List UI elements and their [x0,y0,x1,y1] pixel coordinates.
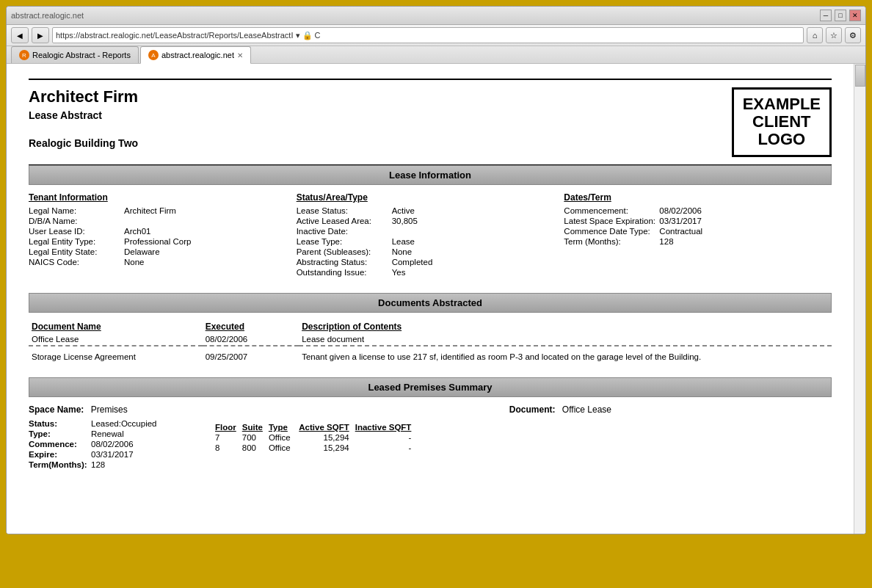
maximize-button[interactable]: □ [835,10,846,21]
doc-name-1: Office Lease [29,333,203,346]
doc-desc-1: Lease document [299,333,832,346]
status-abstracting-label: Abstracting Status: [297,258,392,266]
tenant-entity-type-value: Professional Corp [124,237,191,246]
premises-commence-value: 08/02/2006 [91,440,134,449]
status-inactive-date-label: Inactive Date: [297,227,392,236]
col-type: Type [266,422,294,432]
col-description: Description of Contents [299,320,832,333]
document-value: Office Lease [562,404,611,415]
tenant-entity-state-value: Delaware [124,247,160,256]
suite-1: 700 [239,432,266,443]
premises-left-block: Status: Leased:Occupied Type: Renewal Co… [29,419,190,471]
premises-header: Leased Premises Summary [29,377,832,397]
status-lease-type-value: Lease [392,237,415,246]
status-lease-value: Active [392,206,415,215]
top-rule [29,79,832,80]
address-text: https://abstract.realogic.net/LeaseAbstr… [56,31,321,40]
status-outstanding-row: Outstanding Issue: Yes [297,268,564,277]
premises-expire-row: Expire: 03/31/2017 [29,450,190,459]
documents-section: Documents Abstracted Document Name Execu… [29,293,832,363]
tenant-entity-state-row: Legal Entity State: Delaware [29,247,297,256]
scrollbar[interactable] [854,64,865,534]
dates-commence-label: Commencement: [564,206,659,215]
inactive-sqft-2: - [352,443,415,453]
col-suite: Suite [239,422,266,432]
table-row: 7 700 Office 15,294 - [212,432,414,443]
doc-executed-2: 09/25/2007 [203,346,299,363]
premises-table-header: Floor Suite Type Active SQFT Inactive SQ… [212,422,414,432]
scrollbar-thumb[interactable] [855,65,865,87]
close-button[interactable]: ✕ [849,10,861,21]
lease-information-section: Lease Information Tenant Information Leg… [29,165,832,278]
lease-info-grid: Tenant Information Legal Name: Architect… [29,192,832,278]
title-bar-controls: ─ □ ✕ [820,10,861,21]
premises-type-value: Renewal [91,429,124,438]
firm-name: Architect Firm [29,87,138,106]
premises-sqft-table: Floor Suite Type Active SQFT Inactive SQ… [212,422,414,453]
col-executed: Executed [203,320,299,333]
minimize-button[interactable]: ─ [820,10,832,21]
dates-commence-value: 08/02/2006 [659,206,702,215]
tenant-legal-name-row: Legal Name: Architect Firm [29,206,297,215]
settings-button[interactable]: ⚙ [845,27,861,43]
status-column: Status/Area/Type Lease Status: Active Ac… [297,192,564,278]
col-doc-name: Document Name [29,320,203,333]
back-button[interactable]: ◀ [11,27,29,43]
home-button[interactable]: ⌂ [807,27,823,43]
favorites-button[interactable]: ☆ [826,27,842,43]
premises-status-label: Status: [29,419,91,428]
report-type: Lease Abstract [29,109,138,121]
forward-button[interactable]: ▶ [32,27,49,43]
tab-icon-1: R [19,50,29,60]
space-name-block: Space Name: Premises [29,404,128,415]
document-label: Document: [509,404,556,415]
tenant-entity-type-row: Legal Entity Type: Professional Corp [29,237,297,246]
premises-table-block: Floor Suite Type Active SQFT Inactive SQ… [212,419,414,471]
premises-commence-row: Commence: 08/02/2006 [29,440,190,449]
space-name-label: Space Name: [29,404,84,415]
tab-reports[interactable]: R Realogic Abstract - Reports [11,46,139,63]
logo-line2: CLIENT [743,113,821,131]
premises-details: Status: Leased:Occupied Type: Renewal Co… [29,419,832,471]
col-floor: Floor [212,422,239,432]
status-lease-label: Lease Status: [297,206,392,215]
title-bar: abstract.realogic.net ─ □ ✕ [7,7,865,25]
browser-window: abstract.realogic.net ─ □ ✕ ◀ ▶ https://… [6,6,866,534]
floor-1: 7 [212,432,239,443]
tenant-column: Tenant Information Legal Name: Architect… [29,192,297,278]
dates-commence-type-row: Commence Date Type: Contractual [564,227,832,236]
status-inactive-date-row: Inactive Date: [297,227,564,236]
documents-header: Documents Abstracted [29,293,832,313]
floor-2: 8 [212,443,239,453]
tenant-title: Tenant Information [29,192,297,203]
table-row: Office Lease 08/02/2006 Lease document [29,333,832,346]
logo-line3: LOGO [743,131,821,148]
active-sqft-2: 15,294 [294,443,352,453]
tenant-user-lease-row: User Lease ID: Arch01 [29,227,297,236]
docs-header-row: Document Name Executed Description of Co… [29,320,832,333]
tab-icon-2: A [148,50,159,60]
title-bar-text: abstract.realogic.net [11,11,84,20]
client-logo: EXAMPLE CLIENT LOGO [732,87,832,157]
tab-close-icon[interactable]: ✕ [237,51,243,59]
status-abstracting-value: Completed [392,258,433,266]
premises-type-label: Type: [29,429,91,438]
tenant-naics-row: NAICS Code: None [29,258,297,266]
doc-executed-1: 08/02/2006 [203,333,299,346]
active-sqft-1: 15,294 [294,432,352,443]
tenant-dba-row: D/B/A Name: [29,217,297,225]
col-inactive-sqft: Inactive SQFT [352,422,415,432]
dates-commence-type-value: Contractual [659,227,702,236]
premises-status-row: Status: Leased:Occupied [29,419,190,428]
dates-commence-type-label: Commence Date Type: [564,227,659,236]
tenant-naics-label: NAICS Code: [29,258,124,266]
tab2-label: abstract.realogic.net [161,51,234,59]
table-row: 8 800 Office 15,294 - [212,443,414,453]
type-1: Office [266,432,294,443]
address-bar[interactable]: https://abstract.realogic.net/LeaseAbstr… [52,27,804,43]
tab-abstract[interactable]: A abstract.realogic.net ✕ [140,46,251,64]
dates-latest-space-value: 03/31/2017 [659,217,702,225]
status-active-area-value: 30,805 [392,217,418,225]
tenant-dba-label: D/B/A Name: [29,217,124,225]
dates-term-row: Term (Months): 128 [564,237,832,246]
